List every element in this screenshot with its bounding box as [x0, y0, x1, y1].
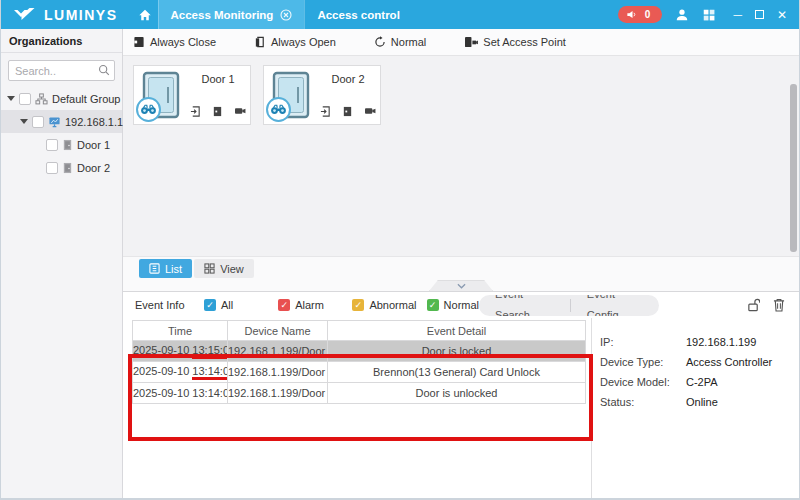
cell-device-name: 192.168.1.199/Door 1 IN: [228, 362, 328, 383]
device-info-panel: IP: 192.168.1.199 Device Type: Access Co…: [591, 318, 799, 500]
normal-button[interactable]: Normal: [374, 36, 426, 48]
device-info-value: Online: [686, 396, 718, 409]
luminys-logo-icon: [13, 7, 37, 23]
tab-view-label: View: [220, 263, 244, 275]
tab-view[interactable]: View: [194, 259, 254, 278]
column-header-event-detail[interactable]: Event Detail: [328, 321, 586, 341]
device-info-row: IP: 192.168.1.199: [600, 336, 799, 349]
event-info-bar: Event Info ✓ All ✓ Alarm ✓ Abnormal ✓ No…: [123, 292, 799, 318]
event-search-button[interactable]: Event Search: [479, 295, 570, 316]
tree-item-door-1[interactable]: Door 1: [1, 133, 122, 156]
brand-name: LUMINYS: [44, 7, 118, 23]
window-controls: ─ ✕: [733, 9, 787, 21]
table-row[interactable]: 2025-09-10 13:14:07 192.168.1.199/Door 1…: [133, 383, 586, 404]
door-close-action-icon[interactable]: [342, 106, 353, 117]
filter-abnormal[interactable]: ✓ Abnormal: [352, 299, 426, 311]
door-icon: [62, 162, 73, 174]
door-card-1[interactable]: Door 1: [133, 65, 251, 125]
device-info-row: Device Model: C-2PA: [600, 376, 799, 389]
event-info-label: Event Info: [135, 299, 186, 311]
caret-down-icon[interactable]: [20, 119, 28, 124]
binoculars-monitor-icon[interactable]: [266, 97, 291, 122]
cell-device-name: 192.168.1.199/Door 1: [228, 383, 328, 404]
device-tree: Default Group 192.168.1.199 Door 1: [1, 87, 122, 179]
caret-down-icon[interactable]: [7, 96, 15, 101]
checkbox[interactable]: [19, 93, 31, 105]
device-info-label: IP:: [600, 336, 686, 349]
maximize-button[interactable]: [755, 9, 764, 21]
minimize-button[interactable]: ─: [733, 9, 742, 21]
tree-item-door-2[interactable]: Door 2: [1, 156, 122, 179]
cell-time: 2025-09-10 13:14:07: [133, 362, 228, 383]
always-open-button[interactable]: Always Open: [254, 36, 336, 48]
door-card-actions: [190, 106, 246, 117]
checkbox[interactable]: [32, 116, 44, 128]
cell-event-detail: Brennon(13 General) Card Unlock: [328, 362, 586, 383]
always-close-button[interactable]: Always Close: [133, 36, 216, 48]
binoculars-monitor-icon[interactable]: [136, 97, 161, 122]
event-config-button[interactable]: Event Config: [571, 295, 659, 316]
tree-item-label: Door 1: [77, 139, 110, 151]
device-info-label: Device Type:: [600, 356, 686, 369]
device-info-row: Device Type: Access Controller: [600, 356, 799, 369]
unlock-icon[interactable]: [747, 298, 760, 312]
door-close-action-icon[interactable]: [212, 106, 223, 117]
table-header-row: Time Device Name Event Detail: [133, 321, 586, 341]
speaker-icon: [626, 9, 637, 20]
door-card-2[interactable]: Door 2: [263, 65, 381, 125]
door-open-action-icon[interactable]: [320, 106, 331, 117]
tree-item-device[interactable]: 192.168.1.199: [1, 110, 122, 133]
tab-label: Access Monitoring: [171, 9, 274, 21]
door-monitor-area: Door 1: [123, 56, 799, 256]
alarm-counter-button[interactable]: 0: [618, 6, 663, 23]
checkbox-checked-icon: ✓: [278, 299, 290, 311]
filter-all[interactable]: ✓ All: [204, 299, 278, 311]
tab-list[interactable]: List: [139, 259, 192, 278]
column-header-time[interactable]: Time: [133, 321, 228, 341]
cell-device-name: 192.168.1.199/Door 1: [228, 341, 328, 362]
home-icon: [138, 8, 152, 22]
home-button[interactable]: [132, 0, 158, 29]
column-header-device-name[interactable]: Device Name: [228, 321, 328, 341]
table-row[interactable]: 2025-09-10 13:14:07 192.168.1.199/Door 1…: [133, 362, 586, 383]
search-icon[interactable]: [98, 64, 110, 76]
collapse-panel-button[interactable]: [429, 280, 493, 291]
door-closed-icon: [133, 36, 145, 48]
tool-button-label: Always Close: [150, 36, 216, 48]
door-open-action-icon[interactable]: [190, 106, 201, 117]
filter-alarm[interactable]: ✓ Alarm: [278, 299, 352, 311]
tab-close-icon[interactable]: [280, 9, 292, 21]
access-point-icon: [464, 36, 478, 48]
trash-icon[interactable]: [773, 298, 785, 312]
scrollbar-thumb[interactable]: [790, 84, 797, 252]
device-info-row: Status: Online: [600, 396, 799, 409]
set-access-point-button[interactable]: Set Access Point: [464, 36, 566, 48]
door-control-toolbar: Always Close Always Open Normal: [123, 29, 799, 56]
checkbox[interactable]: [46, 139, 58, 151]
cell-event-detail: Door is locked: [328, 341, 586, 362]
titlebar: LUMINYS Access Monitoring Access control…: [1, 0, 799, 29]
tab-access-control[interactable]: Access control: [304, 0, 411, 29]
filter-label: Normal: [444, 299, 479, 311]
camera-video-icon[interactable]: [234, 106, 246, 117]
panel-divider: [123, 280, 799, 292]
event-table: Time Device Name Event Detail 2025-09-10…: [132, 320, 586, 404]
door-icon: [62, 139, 73, 151]
tool-button-label: Normal: [391, 36, 426, 48]
camera-video-icon[interactable]: [364, 106, 376, 117]
cell-event-detail: Door is unlocked: [328, 383, 586, 404]
tool-button-label: Always Open: [271, 36, 336, 48]
modules-switch-icon[interactable]: [702, 8, 716, 22]
view-grid-icon: [204, 263, 215, 274]
alarm-count: 0: [645, 9, 651, 20]
table-row[interactable]: 2025-09-10 13:15:01 192.168.1.199/Door 1…: [133, 341, 586, 362]
tool-button-label: Set Access Point: [483, 36, 566, 48]
tab-access-monitoring[interactable]: Access Monitoring: [158, 0, 305, 29]
user-account-icon[interactable]: [675, 8, 689, 22]
filter-normal[interactable]: ✓ Normal: [427, 299, 479, 311]
device-info-label: Status:: [600, 396, 686, 409]
door-card-name: Door 2: [319, 73, 377, 85]
tree-item-default-group[interactable]: Default Group: [1, 87, 122, 110]
checkbox[interactable]: [46, 162, 58, 174]
close-button[interactable]: ✕: [777, 9, 787, 21]
